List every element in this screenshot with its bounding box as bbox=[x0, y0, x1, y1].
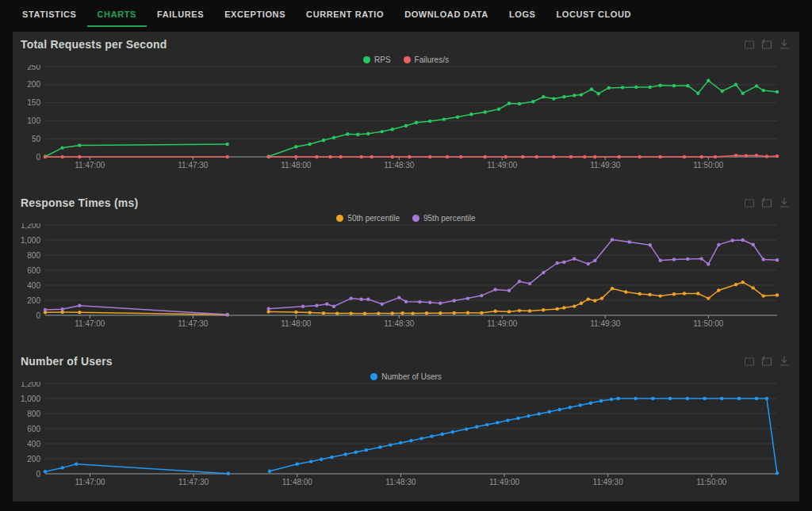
axis-labels: 02004006008001,0001,20011:47:0011:47:301… bbox=[21, 382, 727, 486]
legend-dot bbox=[412, 215, 419, 222]
legend-item-50th-percentile[interactable]: 50th percentile bbox=[336, 214, 400, 223]
data-zoom-icon[interactable] bbox=[744, 197, 755, 208]
tab-locust-cloud[interactable]: LOCUST CLOUD bbox=[546, 0, 642, 27]
svg-text:1,200: 1,200 bbox=[21, 382, 40, 388]
svg-text:11:49:00: 11:49:00 bbox=[489, 478, 520, 486]
svg-text:11:48:00: 11:48:00 bbox=[281, 161, 312, 170]
legend-label: RPS bbox=[374, 55, 391, 64]
svg-text:11:48:00: 11:48:00 bbox=[282, 478, 313, 486]
tab-charts[interactable]: CHARTS bbox=[87, 0, 147, 27]
restore-icon[interactable] bbox=[761, 356, 772, 367]
svg-text:11:50:00: 11:50:00 bbox=[693, 161, 724, 170]
data-zoom-icon[interactable] bbox=[744, 356, 755, 367]
svg-text:150: 150 bbox=[27, 98, 40, 107]
svg-text:11:47:30: 11:47:30 bbox=[178, 478, 209, 486]
svg-text:11:50:00: 11:50:00 bbox=[696, 478, 727, 486]
gridlines bbox=[45, 225, 777, 318]
chart-section-total-requests-per-second: Total Requests per Second RPSFailures/s … bbox=[13, 35, 799, 176]
save-image-icon[interactable] bbox=[779, 39, 790, 50]
tab-exceptions[interactable]: EXCEPTIONS bbox=[214, 0, 296, 27]
legend-label: Failures/s bbox=[415, 55, 449, 64]
chart-title: Response Times (ms) bbox=[21, 196, 138, 209]
legend-label: 95th percentile bbox=[423, 214, 476, 223]
chart-toolbox bbox=[744, 39, 790, 50]
chart-legend: RPSFailures/s bbox=[13, 54, 799, 65]
svg-text:50: 50 bbox=[32, 135, 41, 143]
restore-icon[interactable] bbox=[761, 197, 772, 208]
chart-plot-area[interactable]: 02004006008001,0001,20011:47:0011:47:301… bbox=[13, 382, 799, 493]
svg-text:11:47:00: 11:47:00 bbox=[75, 319, 105, 328]
svg-text:1,000: 1,000 bbox=[21, 395, 40, 403]
save-image-icon[interactable] bbox=[779, 356, 790, 367]
series-50th-percentile bbox=[44, 280, 779, 317]
chart-plot-area[interactable]: 02004006008001,0001,20011:47:0011:47:301… bbox=[13, 223, 799, 334]
svg-text:11:48:30: 11:48:30 bbox=[384, 161, 415, 170]
legend-item-rps[interactable]: RPS bbox=[363, 55, 391, 64]
legend-label: 50th percentile bbox=[347, 214, 400, 223]
svg-text:11:48:30: 11:48:30 bbox=[385, 478, 416, 486]
chart-header: Number of Users bbox=[13, 352, 799, 371]
chart-section-response-times: Response Times (ms) 50th percentile95th … bbox=[13, 193, 799, 334]
save-image-icon[interactable] bbox=[779, 197, 790, 208]
tab-bar: STATISTICSCHARTSFAILURESEXCEPTIONSCURREN… bbox=[0, 0, 812, 29]
tab-statistics[interactable]: STATISTICS bbox=[12, 0, 87, 27]
tab-current-ratio[interactable]: CURRENT RATIO bbox=[296, 0, 394, 27]
svg-text:11:47:00: 11:47:00 bbox=[75, 161, 105, 170]
tab-download-data[interactable]: DOWNLOAD DATA bbox=[394, 0, 499, 27]
gridlines bbox=[45, 383, 777, 477]
svg-text:11:49:30: 11:49:30 bbox=[590, 319, 621, 328]
axis-labels: 02004006008001,0001,20011:47:0011:47:301… bbox=[21, 223, 724, 328]
svg-text:400: 400 bbox=[27, 440, 40, 448]
chart-header: Response Times (ms) bbox=[13, 193, 799, 212]
svg-text:11:47:00: 11:47:00 bbox=[75, 478, 106, 486]
chart-header: Total Requests per Second bbox=[13, 35, 799, 54]
series-95th-percentile bbox=[44, 238, 779, 316]
svg-text:100: 100 bbox=[27, 116, 40, 125]
data-zoom-icon[interactable] bbox=[744, 39, 755, 50]
svg-text:11:49:30: 11:49:30 bbox=[590, 161, 621, 170]
legend-dot bbox=[363, 56, 370, 63]
chart-title: Total Requests per Second bbox=[21, 38, 167, 51]
restore-icon[interactable] bbox=[761, 39, 772, 50]
svg-text:1,200: 1,200 bbox=[21, 223, 40, 230]
series-rps bbox=[44, 79, 779, 158]
legend-dot bbox=[336, 215, 343, 222]
chart-title: Number of Users bbox=[21, 355, 113, 368]
svg-text:600: 600 bbox=[27, 266, 40, 275]
svg-text:200: 200 bbox=[27, 80, 40, 89]
svg-text:11:50:00: 11:50:00 bbox=[693, 319, 724, 328]
svg-text:11:49:00: 11:49:00 bbox=[487, 161, 518, 170]
charts-panel: Total Requests per Second RPSFailures/s … bbox=[13, 32, 799, 501]
svg-text:800: 800 bbox=[27, 251, 40, 260]
legend-item-95th-percentile[interactable]: 95th percentile bbox=[412, 214, 476, 223]
chart-legend: 50th percentile95th percentile bbox=[13, 212, 799, 223]
chart-toolbox bbox=[744, 356, 790, 367]
svg-text:11:48:30: 11:48:30 bbox=[384, 319, 415, 328]
svg-text:11:49:30: 11:49:30 bbox=[593, 478, 624, 486]
axis-labels: 05010015020025011:47:0011:47:3011:48:001… bbox=[27, 65, 724, 170]
legend-item-failures-s[interactable]: Failures/s bbox=[404, 55, 449, 64]
svg-text:800: 800 bbox=[27, 410, 40, 418]
svg-text:0: 0 bbox=[36, 470, 40, 479]
chart-section-number-of-users: Number of Users Number of Users 02004006… bbox=[13, 352, 799, 493]
svg-text:200: 200 bbox=[27, 296, 40, 305]
chart-legend: Number of Users bbox=[13, 371, 799, 382]
tab-failures[interactable]: FAILURES bbox=[147, 0, 214, 27]
svg-text:400: 400 bbox=[27, 281, 40, 290]
tab-logs[interactable]: LOGS bbox=[499, 0, 546, 27]
svg-text:1,000: 1,000 bbox=[21, 236, 40, 245]
chart-plot-area[interactable]: 05010015020025011:47:0011:47:3011:48:001… bbox=[13, 65, 799, 176]
series-failures-s bbox=[44, 154, 779, 158]
legend-dot bbox=[404, 56, 411, 63]
svg-text:250: 250 bbox=[27, 65, 40, 71]
svg-text:200: 200 bbox=[27, 455, 40, 463]
legend-dot bbox=[370, 373, 377, 380]
svg-text:11:47:30: 11:47:30 bbox=[178, 319, 209, 328]
gridlines bbox=[45, 67, 777, 160]
chart-toolbox bbox=[744, 197, 790, 208]
svg-text:11:48:00: 11:48:00 bbox=[281, 319, 312, 328]
legend-item-number-of-users[interactable]: Number of Users bbox=[370, 372, 442, 381]
svg-text:0: 0 bbox=[36, 153, 40, 162]
svg-text:0: 0 bbox=[36, 311, 40, 320]
svg-text:11:47:30: 11:47:30 bbox=[178, 161, 209, 170]
